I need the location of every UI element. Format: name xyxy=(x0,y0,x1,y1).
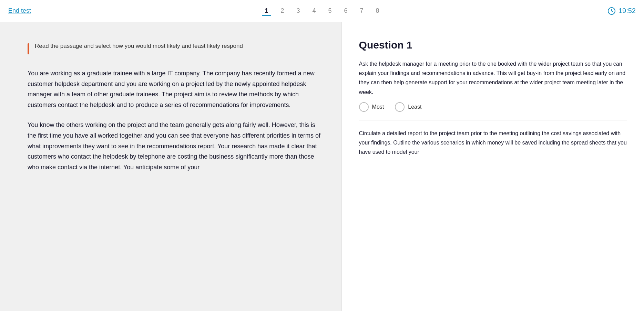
passage-paragraph-1: You are working as a graduate trainee wi… xyxy=(28,68,321,110)
passage-panel: Read the passage and select how you woul… xyxy=(0,22,341,311)
page-2[interactable]: 2 xyxy=(278,6,287,16)
most-radio-1[interactable] xyxy=(359,102,369,112)
clock-icon xyxy=(607,7,616,15)
answer-divider xyxy=(359,120,627,120)
answer-option-2: Circulate a detailed report to the proje… xyxy=(359,129,627,157)
answer-text-1: Ask the helpdesk manager for a meeting p… xyxy=(359,59,627,97)
pagination: 1 2 3 4 5 6 7 8 xyxy=(262,6,382,16)
radio-group-1: Most Least xyxy=(359,102,627,112)
timer-display: 19:52 xyxy=(619,7,636,15)
timer: 19:52 xyxy=(607,7,636,15)
question-panel: Question 1 Ask the helpdesk manager for … xyxy=(341,22,644,311)
orange-bar xyxy=(28,43,29,54)
answer-option-1: Ask the helpdesk manager for a meeting p… xyxy=(359,59,627,112)
answer-text-2: Circulate a detailed report to the proje… xyxy=(359,129,627,157)
question-title: Question 1 xyxy=(359,39,627,51)
most-text-1: Most xyxy=(372,104,384,110)
header: End test 1 2 3 4 5 6 7 8 19:52 xyxy=(0,0,644,22)
page-7[interactable]: 7 xyxy=(357,6,366,16)
page-5[interactable]: 5 xyxy=(326,6,335,16)
page-8[interactable]: 8 xyxy=(373,6,382,16)
page-4[interactable]: 4 xyxy=(309,6,318,16)
page-1[interactable]: 1 xyxy=(262,6,271,16)
most-label-1[interactable]: Most xyxy=(359,102,384,112)
least-text-1: Least xyxy=(408,104,421,110)
end-test-button[interactable]: End test xyxy=(8,7,31,14)
page-6[interactable]: 6 xyxy=(341,6,350,16)
passage-text: You are working as a graduate trainee wi… xyxy=(28,68,321,172)
least-radio-1[interactable] xyxy=(395,102,405,112)
main-layout: Read the passage and select how you woul… xyxy=(0,22,644,311)
instruction-text: Read the passage and select how you woul… xyxy=(35,43,243,50)
passage-paragraph-2: You know the others working on the proje… xyxy=(28,120,321,172)
passage-instruction: Read the passage and select how you woul… xyxy=(28,43,321,54)
page-3[interactable]: 3 xyxy=(294,6,303,16)
least-label-1[interactable]: Least xyxy=(395,102,421,112)
